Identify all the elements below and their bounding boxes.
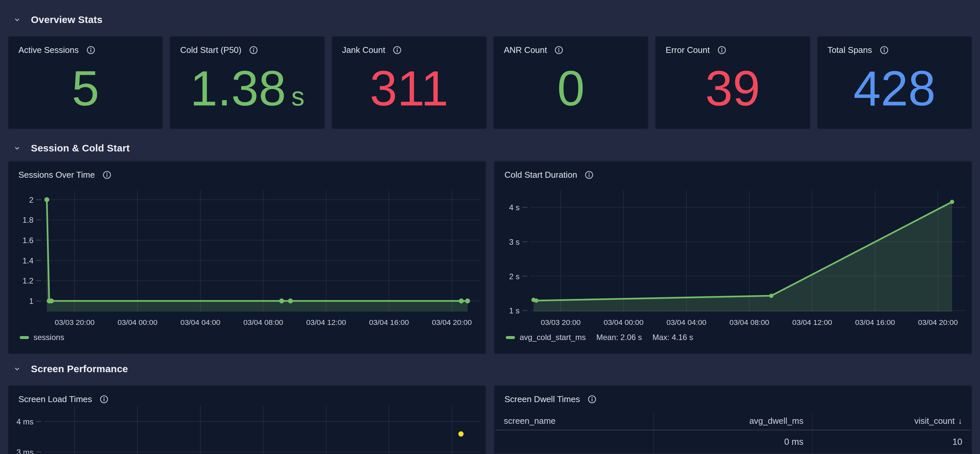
section-title: Screen Performance (31, 364, 128, 375)
chevron-down-icon (13, 16, 21, 24)
column-header-avg-dwell[interactable]: avg_dwell_ms (654, 412, 812, 430)
x-axis-tick-label: 03/04 16:00 (855, 318, 895, 327)
stat-title: Total Spans (827, 45, 872, 55)
y-axis-tick-label: 1.6 (23, 236, 33, 245)
info-icon[interactable] (99, 395, 109, 404)
legend: sessions (8, 333, 485, 342)
stat-value: 5 (72, 64, 99, 113)
stat-title: Cold Start (P50) (180, 45, 241, 55)
panel-screen-dwell-times: Screen Dwell Times screen_name avg_dwell… (494, 385, 972, 454)
info-icon[interactable] (587, 395, 597, 404)
stat-value: 39 (705, 64, 760, 113)
section-session-cold-start[interactable]: Session & Cold Start (8, 142, 972, 154)
chevron-down-icon (13, 365, 21, 373)
column-header-visit-count[interactable]: visit_count↓ (812, 412, 971, 430)
stat-panel-jank-count: Jank Count 311 (332, 36, 487, 129)
stat-value: 311 (370, 64, 448, 113)
dwell-times-table: screen_name avg_dwell_ms visit_count↓ 0 … (495, 412, 971, 454)
stat-panel-active-sessions: Active Sessions 5 (8, 36, 163, 129)
sort-desc-icon: ↓ (958, 416, 962, 426)
legend-swatch (506, 336, 515, 339)
panel-title: Screen Load Times (18, 394, 92, 405)
x-axis-tick-label: 03/04 12:00 (792, 318, 832, 327)
legend-label[interactable]: sessions (33, 333, 64, 342)
section-title: Overview Stats (31, 14, 103, 25)
x-axis-tick-label: 03/04 00:00 (118, 318, 158, 327)
x-axis-tick-label: 03/04 04:00 (180, 318, 220, 327)
table-row[interactable]: 0 ms10 (495, 430, 971, 454)
stat-value: 1.38 (190, 64, 286, 113)
panel-sessions-over-time: Sessions Over Time 21.81.61.41.2103/03 2… (8, 161, 486, 354)
info-icon[interactable] (880, 45, 889, 55)
info-icon[interactable] (717, 45, 727, 55)
panel-title: Screen Dwell Times (504, 394, 580, 405)
dashboard: Overview Stats Active Sessions 5 Cold St… (0, 14, 980, 454)
x-axis-tick-label: 03/04 16:00 (369, 318, 409, 327)
y-axis-tick-label: 1.8 (23, 216, 33, 224)
info-icon[interactable] (102, 170, 112, 180)
info-icon[interactable] (86, 45, 95, 55)
stat-panel-error-count: Error Count 39 (655, 36, 810, 129)
legend: avg_cold_start_ms Mean: 2.06 s Max: 4.16… (495, 333, 972, 342)
legend-mean-stat: Mean: 2.06 s (596, 333, 642, 342)
y-axis-tick-label: 2 (29, 195, 33, 204)
chart-row: Sessions Over Time 21.81.61.41.2103/03 2… (8, 161, 972, 354)
stat-value: 0 (557, 64, 584, 113)
legend-label[interactable]: avg_cold_start_ms (520, 333, 585, 342)
table-cell: 10 (812, 430, 971, 454)
chevron-down-icon (13, 144, 21, 152)
y-axis-tick-label: 3 ms (16, 448, 33, 454)
y-axis-tick-label: 1 (29, 297, 33, 305)
sessions-chart[interactable]: 21.81.61.41.2103/03 20:0003/04 00:0003/0… (8, 181, 485, 330)
x-axis-tick-label: 03/04 12:00 (306, 318, 346, 327)
y-axis-tick-label: 1 s (509, 306, 520, 315)
x-axis-tick-label: 03/04 08:00 (243, 318, 283, 327)
stat-title: ANR Count (504, 45, 547, 55)
panel-cold-start-duration: Cold Start Duration 4 s3 s2 s1 s03/03 20… (494, 161, 972, 354)
legend-swatch (20, 336, 29, 339)
info-icon[interactable] (392, 45, 402, 55)
stat-panel-cold-start: Cold Start (P50) 1.38 s (170, 36, 325, 129)
table-cell (495, 430, 654, 454)
section-overview-stats[interactable]: Overview Stats (8, 14, 972, 25)
section-screen-performance[interactable]: Screen Performance (8, 363, 972, 375)
x-axis-tick-label: 03/04 08:00 (729, 318, 769, 327)
cold-start-chart[interactable]: 4 s3 s2 s1 s03/03 20:0003/04 00:0003/04 … (495, 181, 972, 330)
panel-title: Sessions Over Time (18, 170, 95, 180)
stat-unit: s (291, 81, 304, 112)
info-icon[interactable] (584, 170, 594, 180)
screen-load-chart[interactable]: 4 ms3 ms (8, 406, 485, 454)
x-axis-tick-label: 03/04 20:00 (918, 318, 958, 327)
stat-row: Active Sessions 5 Cold Start (P50) 1.38 … (8, 36, 972, 129)
stat-title: Active Sessions (18, 45, 79, 55)
x-axis-tick-label: 03/04 20:00 (432, 318, 472, 327)
stat-value: 428 (853, 64, 935, 113)
y-axis-tick-label: 1.2 (23, 276, 33, 285)
y-axis-tick-label: 3 s (509, 238, 520, 246)
stat-title: Error Count (665, 45, 710, 55)
stat-panel-total-spans: Total Spans 428 (817, 36, 972, 129)
y-axis-tick-label: 4 ms (16, 417, 33, 426)
x-axis-tick-label: 03/03 20:00 (541, 318, 581, 327)
x-axis-tick-label: 03/04 04:00 (667, 318, 706, 327)
y-axis-tick-label: 2 s (509, 272, 520, 281)
info-icon[interactable] (249, 45, 258, 55)
x-axis-tick-label: 03/04 00:00 (604, 318, 643, 327)
stat-panel-anr-count: ANR Count 0 (493, 36, 648, 129)
panel-title: Cold Start Duration (504, 170, 577, 180)
section-title: Session & Cold Start (31, 143, 130, 154)
bottom-row: Screen Load Times 4 ms3 ms Screen Dwell … (8, 385, 972, 454)
stat-title: Jank Count (342, 45, 385, 55)
legend-max-stat: Max: 4.16 s (652, 333, 693, 342)
y-axis-tick-label: 1.4 (23, 256, 33, 265)
y-axis-tick-label: 4 s (509, 203, 520, 212)
x-axis-tick-label: 03/03 20:00 (54, 318, 94, 327)
table-cell: 0 ms (654, 430, 812, 454)
info-icon[interactable] (554, 45, 564, 55)
panel-screen-load-times: Screen Load Times 4 ms3 ms (8, 385, 486, 454)
column-header-screen-name[interactable]: screen_name (495, 412, 654, 430)
